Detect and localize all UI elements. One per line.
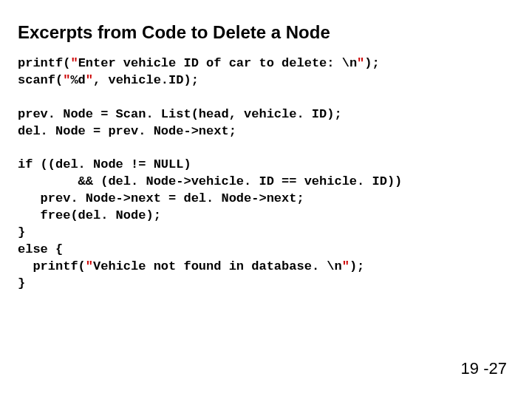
code-quote: " — [63, 73, 70, 87]
code-line-7: prev. Node->next = del. Node->next; — [18, 191, 304, 205]
code-text: ); — [364, 56, 379, 70]
code-line-1: printf("Enter vehicle ID of car to delet… — [18, 56, 380, 70]
code-line-9: } — [18, 225, 25, 239]
code-quote: " — [357, 56, 364, 70]
code-line-10: else { — [18, 242, 63, 256]
code-text: Enter vehicle ID of car to delete: \n — [78, 56, 357, 70]
slide: Excerpts from Code to Delete a Node prin… — [0, 0, 532, 399]
code-quote: " — [86, 259, 93, 273]
slide-title: Excerpts from Code to Delete a Node — [18, 22, 514, 44]
code-line-12: } — [18, 276, 25, 290]
code-line-4: del. Node = prev. Node->next; — [18, 124, 236, 138]
code-text: , vehicle.ID); — [93, 73, 199, 87]
code-line-8: free(del. Node); — [18, 208, 161, 222]
code-line-5: if ((del. Node != NULL) — [18, 157, 191, 171]
page-number: 19 -27 — [461, 359, 507, 378]
code-quote: " — [86, 73, 93, 87]
code-text: ); — [349, 259, 364, 273]
code-text: %d — [70, 73, 85, 87]
code-quote: " — [70, 56, 78, 70]
code-line-3: prev. Node = Scan. List(head, vehicle. I… — [18, 107, 342, 121]
code-line-6: && (del. Node->vehicle. ID == vehicle. I… — [18, 174, 402, 188]
code-line-11: printf("Vehicle not found in database. \… — [18, 259, 364, 273]
code-text: printf( — [18, 56, 70, 70]
code-text: printf( — [18, 259, 86, 273]
code-block: printf("Enter vehicle ID of car to delet… — [18, 55, 514, 293]
code-text: Vehicle not found in database. \n — [93, 259, 342, 273]
code-quote: " — [342, 259, 349, 273]
code-line-2: scanf("%d", vehicle.ID); — [18, 73, 199, 87]
code-text: scanf( — [18, 73, 63, 87]
